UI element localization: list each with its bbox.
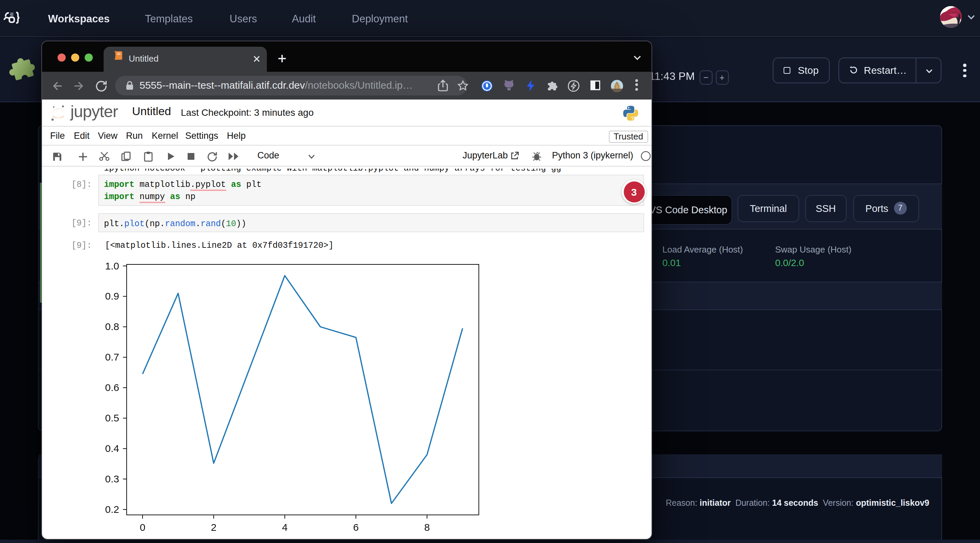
svg-text:0.2: 0.2 (105, 504, 119, 515)
svg-text:0.9: 0.9 (105, 291, 119, 302)
svg-text:0: 0 (140, 522, 146, 533)
svg-text:0.7: 0.7 (105, 351, 119, 362)
svg-text:0.6: 0.6 (105, 382, 119, 393)
svg-text:4: 4 (282, 522, 288, 533)
svg-text:8: 8 (424, 522, 430, 533)
svg-text:2: 2 (211, 522, 217, 533)
svg-text:0.4: 0.4 (105, 443, 119, 454)
svg-text:0.3: 0.3 (105, 473, 119, 484)
svg-text:6: 6 (353, 522, 359, 533)
svg-text:0.8: 0.8 (105, 321, 119, 332)
svg-text:0.5: 0.5 (105, 412, 119, 424)
svg-text:1.0: 1.0 (105, 261, 119, 272)
